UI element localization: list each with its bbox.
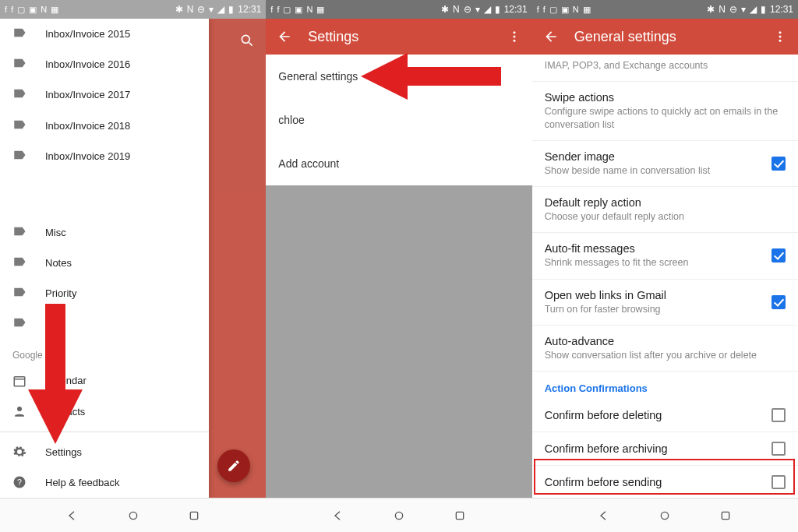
back-arrow-icon[interactable] [277, 29, 292, 44]
signal-icon: ◢ [750, 4, 757, 15]
svg-text:?: ? [17, 477, 22, 487]
checkbox-unchecked[interactable] [772, 408, 786, 422]
nfc-icon: N [187, 4, 194, 15]
signal-icon: ◢ [217, 4, 224, 15]
battery-icon: ▮ [228, 4, 234, 15]
overview-button[interactable] [718, 508, 733, 523]
row-sub: Show beside name in conversation list [545, 164, 772, 177]
row-title: Default reply action [545, 196, 786, 209]
label-item[interactable]: Misc [0, 217, 209, 248]
battery-icon: ▮ [495, 4, 500, 15]
checkbox-checked[interactable] [772, 157, 786, 171]
drawer-item-label: Inbox/Invoice 2018 [45, 120, 130, 132]
app-icon: ▢ [549, 5, 557, 15]
app-bar: General settings [532, 19, 798, 55]
autofit-row[interactable]: Auto-fit messages Shrink messages to fit… [532, 233, 798, 279]
swipe-actions-row[interactable]: Swipe actions Configure swipe actions to… [532, 82, 798, 141]
app-icon: ▣ [561, 5, 569, 15]
wifi-icon: ▾ [741, 4, 746, 15]
label-icon [12, 86, 26, 103]
drawer-item-label: Inbox/Invoice 2015 [45, 28, 130, 40]
contacts-item[interactable]: Contacts [0, 396, 209, 426]
svg-rect-8 [190, 512, 197, 519]
drawer-item-label: Calendar [45, 375, 87, 386]
open-links-row[interactable]: Open web links in Gmail Turn on for fast… [532, 280, 798, 326]
drawer-item-label: Settings [45, 446, 82, 458]
auto-advance-row[interactable]: Auto-advance Show conversation list afte… [532, 326, 798, 372]
overflow-menu-icon[interactable] [773, 30, 787, 44]
row-title: Confirm before sending [545, 476, 772, 488]
help-item[interactable]: ? Help & feedback [0, 467, 209, 498]
facebook-icon: f [277, 5, 279, 14]
status-bar: f f ▢ ▣ N ▦ ✱ N ⊖ ▾ ◢ ▮ 12:31 [266, 0, 531, 19]
confirm-archive-row[interactable]: Confirm before archiving [532, 432, 798, 466]
compose-fab[interactable] [217, 449, 250, 482]
label-item[interactable]: Inbox/Invoice 2018 [0, 111, 209, 141]
label-icon [12, 56, 26, 72]
help-icon: ? [12, 475, 26, 489]
svg-point-4 [17, 407, 22, 411]
settings-list: General settings chloe Add account [266, 55, 531, 185]
clock: 12:31 [504, 4, 528, 15]
settings-item[interactable]: Settings [0, 437, 209, 467]
wifi-icon: ▾ [475, 4, 480, 15]
checkbox-checked[interactable] [772, 295, 786, 309]
row-title: Sender image [545, 150, 772, 163]
account-item[interactable]: chloe [266, 98, 531, 142]
label-item[interactable]: Inbox/Invoice 2017 [0, 79, 209, 110]
clock: 12:31 [238, 4, 261, 15]
search-icon[interactable] [239, 33, 255, 48]
overflow-menu-icon[interactable] [507, 30, 521, 44]
svg-rect-18 [722, 512, 729, 519]
nfc-icon: N [453, 4, 460, 15]
svg-point-17 [662, 512, 669, 519]
calendar-item[interactable]: Calendar [0, 365, 209, 396]
label-item[interactable]: Inbox/Invoice 2015 [0, 19, 209, 49]
label-icon [12, 315, 26, 332]
label-item[interactable] [0, 308, 209, 339]
confirm-send-row[interactable]: Confirm before sending [532, 466, 798, 498]
home-button[interactable] [391, 508, 407, 523]
bluetooth-icon: ✱ [707, 4, 715, 15]
back-button[interactable] [330, 508, 346, 523]
home-button[interactable] [657, 508, 673, 523]
sender-image-row[interactable]: Sender image Show beside name in convers… [532, 141, 798, 187]
facebook-icon: f [537, 5, 539, 14]
row-sub: Choose your default reply action [545, 210, 786, 223]
home-button[interactable] [125, 508, 141, 523]
add-account-item[interactable]: Add account [266, 142, 531, 185]
checkbox-unchecked[interactable] [772, 475, 786, 489]
row-sub: IMAP, POP3, and Exchange accounts [545, 59, 786, 72]
back-arrow-icon[interactable] [543, 29, 559, 44]
confirm-delete-row[interactable]: Confirm before deleting [532, 399, 798, 432]
checkbox-unchecked[interactable] [772, 442, 786, 456]
general-settings-item[interactable]: General settings [266, 55, 531, 98]
back-button[interactable] [65, 508, 80, 523]
action-confirmations-heading: Action Confirmations [532, 372, 798, 399]
wifi-icon: ▾ [209, 4, 214, 15]
underlying-inbox [209, 19, 266, 498]
drawer-item-label: Notes [45, 257, 72, 269]
label-item[interactable]: Inbox/Invoice 2019 [0, 141, 209, 171]
general-settings-list[interactable]: IMAP, POP3, and Exchange accounts Swipe … [532, 55, 798, 498]
row-title: Open web links in Gmail [545, 289, 772, 301]
label-item[interactable]: Notes [0, 248, 209, 278]
drawer-item-label: Priority [45, 287, 76, 299]
image-icon: ▦ [316, 5, 324, 15]
row-title: Auto-advance [545, 335, 786, 347]
android-nav-bar [0, 498, 266, 532]
label-icon [12, 285, 26, 301]
app-icon: ▢ [17, 5, 25, 15]
app-icon: ▣ [29, 5, 37, 15]
default-reply-row[interactable]: Default reply action Choose your default… [532, 187, 798, 233]
checkbox-checked[interactable] [772, 248, 786, 262]
label-item[interactable]: Inbox/Invoice 2016 [0, 49, 209, 79]
label-item[interactable]: Priority [0, 278, 209, 308]
imap-row[interactable]: IMAP, POP3, and Exchange accounts [532, 55, 798, 82]
back-button[interactable] [596, 508, 612, 523]
svg-point-11 [513, 40, 515, 42]
label-icon [12, 148, 26, 164]
overview-button[interactable] [186, 508, 202, 523]
battery-icon: ▮ [761, 4, 766, 15]
overview-button[interactable] [452, 508, 468, 523]
